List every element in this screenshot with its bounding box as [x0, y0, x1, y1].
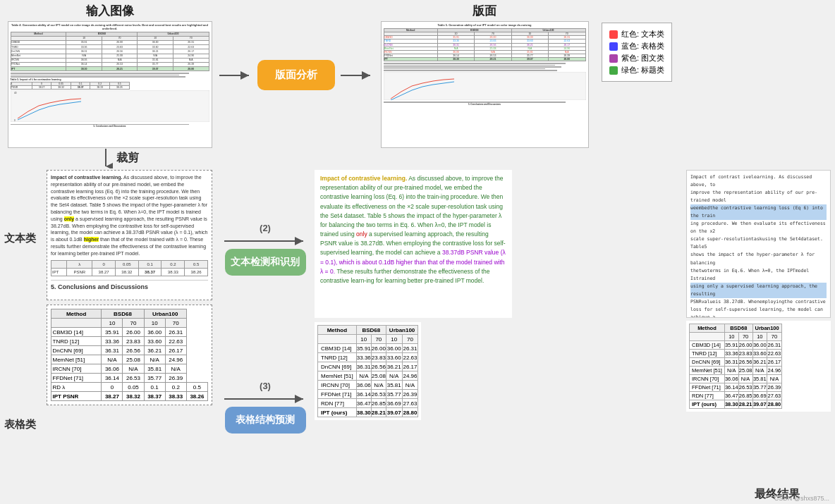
input-image-section: 输入图像 Table 4. Generation ability of our … [6, 3, 214, 148]
down-arrow-left [99, 147, 113, 168]
step-arrows-column: (2) 文本检测和识别 (3) 表格结构预测 [219, 170, 311, 486]
panel-analysis-label: 版面分析 [257, 60, 335, 90]
svg-text:40: 40 [14, 92, 17, 94]
final-result-row: 最终结果 [0, 487, 835, 504]
version-title: 版面 [473, 3, 496, 19]
legend-item-red: 红色: 文本类 [609, 29, 664, 39]
step3-flow: (3) 表格结构预测 [223, 381, 307, 434]
ocr-text-result: Impact of contrast ivelearning. As discu… [686, 170, 831, 318]
result-tables-row: MethodBSD68Urban100 10701070 CBM3D [14]3… [315, 322, 683, 420]
left-categories: 文本类 表格类 [4, 170, 43, 486]
version-section: 版面 Table 5. Generation ability of our IP… [379, 3, 590, 148]
right-arrow-2 [339, 68, 374, 82]
main-container: 输入图像 Table 4. Generation ability of our … [0, 0, 835, 504]
legend-item-blue: 蓝色: 表格类 [609, 41, 664, 51]
step1-flow: (2) 文本检测和识别 [223, 223, 307, 276]
text-block-dashed: Impact of contrastive learning. As discu… [47, 170, 212, 300]
watermark: CSDN @shxs875... [774, 495, 829, 502]
left-result-table: MethodBSD68Urban100 10701070 CBM3D [14]3… [317, 325, 418, 417]
table-prediction-box[interactable]: 表格结构预测 [225, 407, 306, 434]
panel-analysis-box[interactable]: 版面分析 [257, 3, 335, 133]
main-results-area: Impact of contrastive learning. As discu… [315, 170, 683, 486]
input-image-title: 输入图像 [86, 3, 134, 19]
right-result-table-container: MethodBSD68Urban100 10701070 CBM3D [14]3… [686, 321, 831, 412]
legend-item-purple: 紫色: 图文类 [609, 53, 664, 63]
version-paper-box: Table 5. Generation ability of our IPT m… [381, 21, 589, 148]
svg-rect-0 [11, 90, 209, 122]
table-block-dashed: MethodBSD68Urban100 10701070 CBM3D [14]3… [47, 305, 212, 405]
svg-rect-5 [384, 72, 586, 100]
step2-arrow [223, 235, 307, 247]
legend-box: 红色: 文本类 蓝色: 表格类 紫色: 图文类 绿色: 标题类 [602, 23, 672, 82]
right-result-table: MethodBSD68Urban100 10701070 CBM3D [14]3… [689, 324, 782, 409]
ocr-result-area: Impact of contrast ivelearning. As discu… [686, 170, 831, 486]
text-class-label: 文本类 [4, 232, 43, 245]
crop-label: 裁剪 [116, 151, 139, 166]
table-class-label: 表格类 [4, 418, 43, 431]
input-paper-box: Table 4. Generation ability of our IPT m… [8, 21, 212, 148]
text-class-content: Impact of contrastive learning. As discu… [47, 170, 216, 486]
paper-graph: 0 40 [11, 90, 209, 122]
arrow-to-panel-analysis [218, 3, 253, 133]
right-arrow-1 [218, 68, 253, 82]
arrow-to-version [339, 3, 374, 133]
legend-item-green: 绿色: 标题类 [609, 65, 664, 75]
text-detection-box[interactable]: 文本检测和识别 [225, 249, 306, 276]
step3-arrow [223, 393, 307, 405]
crop-row: 裁剪 [0, 147, 835, 168]
colored-text-block: Impact of contrastive learning. As discu… [315, 170, 512, 318]
paper-table-title-1: Table 4. Generation ability of our IPT m… [11, 24, 209, 31]
left-result-table-container: MethodBSD68Urban100 10701070 CBM3D [14]3… [315, 322, 421, 420]
paper-lambda-table: λ00.050.10.20.5 PSNR38.2738.3238.3738.33… [11, 82, 130, 90]
paper-table-1: Method BSD68 Urban100 10 70 10 70 CBM3D3… [11, 32, 209, 72]
